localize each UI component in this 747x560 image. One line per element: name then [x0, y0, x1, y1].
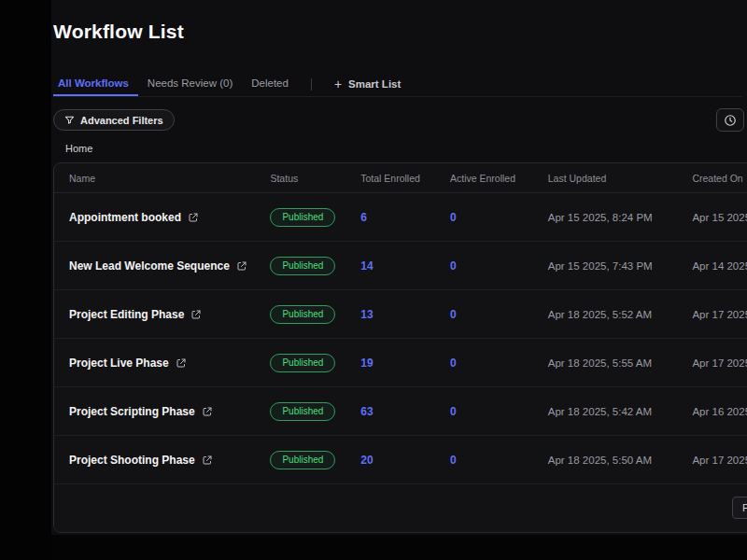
external-link-icon[interactable]	[188, 212, 199, 223]
workflow-name[interactable]: New Lead Welcome Sequence	[69, 259, 230, 273]
last-updated-cell: Apr 15 2025, 7:43 PM	[533, 260, 678, 272]
status-badge: Published	[270, 257, 335, 275]
created-on-cell: Apr 14 2025	[677, 260, 747, 272]
last-updated-value: Apr 18 2025, 5:42 AM	[548, 406, 652, 417]
name-cell: Project Shooting Phase	[54, 454, 255, 467]
history-button[interactable]	[716, 108, 744, 132]
name-cell: Project Editing Phase	[54, 308, 255, 321]
total-enrolled-cell: 63	[345, 405, 435, 418]
main-content: Workflow List All Workflows Needs Review…	[51, 0, 747, 535]
workflow-table: NameStatusTotal EnrolledActive EnrolledL…	[53, 162, 747, 533]
total-enrolled-cell: 20	[345, 454, 435, 467]
active-enrolled-cell: 0	[435, 211, 533, 224]
last-updated-value: Apr 18 2025, 5:52 AM	[548, 309, 652, 320]
status-badge: Published	[270, 402, 335, 421]
status-cell: Published	[255, 451, 345, 469]
table-row[interactable]: New Lead Welcome Sequence Published 14 0…	[54, 242, 747, 290]
tabs: All Workflows Needs Review (0) Deleted +…	[53, 72, 742, 97]
column-header-last-updated: Last Updated	[533, 173, 678, 184]
column-header-status: Status	[255, 173, 345, 184]
tab-all-workflows[interactable]: All Workflows	[53, 72, 138, 96]
table-header-row: NameStatusTotal EnrolledActive EnrolledL…	[54, 163, 747, 193]
smart-list-button[interactable]: + Smart List	[325, 72, 410, 96]
status-cell: Published	[255, 305, 345, 324]
table-footer: Previous	[54, 484, 747, 532]
last-updated-cell: Apr 18 2025, 5:52 AM	[533, 309, 678, 320]
table-row[interactable]: Project Scripting Phase Published 63 0 A…	[54, 387, 747, 436]
active-enrolled-value[interactable]: 0	[450, 211, 457, 224]
last-updated-value: Apr 18 2025, 5:50 AM	[548, 455, 652, 466]
workflow-name[interactable]: Appointment booked	[69, 211, 181, 224]
workflow-name[interactable]: Project Scripting Phase	[69, 405, 195, 418]
active-enrolled-value[interactable]: 0	[450, 259, 457, 273]
table-row[interactable]: Project Live Phase Published 19 0 Apr 18…	[54, 339, 747, 387]
column-header-total-enrolled: Total Enrolled	[345, 173, 435, 184]
last-updated-cell: Apr 18 2025, 5:50 AM	[533, 455, 678, 466]
total-enrolled-value[interactable]: 19	[360, 357, 373, 370]
column-header-name: Name	[54, 173, 255, 184]
last-updated-cell: Apr 18 2025, 5:55 AM	[533, 357, 678, 369]
last-updated-cell: Apr 15 2025, 8:24 PM	[533, 212, 678, 223]
total-enrolled-value[interactable]: 14	[360, 259, 373, 273]
breadcrumb-home[interactable]: Home	[65, 143, 92, 154]
active-enrolled-value[interactable]: 0	[450, 454, 457, 467]
status-badge: Published	[270, 208, 335, 227]
external-link-icon[interactable]	[176, 357, 187, 369]
status-cell: Published	[255, 257, 345, 275]
table-row[interactable]: Project Editing Phase Published 13 0 Apr…	[54, 290, 747, 339]
tab-needs-review[interactable]: Needs Review (0)	[138, 72, 242, 96]
created-on-cell: Apr 17 2025	[677, 455, 747, 466]
created-on-value: Apr 17 2025	[692, 309, 747, 320]
column-header-active-enrolled: Active Enrolled	[435, 173, 533, 184]
workflow-name[interactable]: Project Shooting Phase	[69, 454, 195, 467]
created-on-cell: Apr 15 2025	[677, 212, 747, 223]
advanced-filters-button[interactable]: Advanced Filters	[53, 109, 175, 131]
created-on-value: Apr 17 2025	[692, 455, 747, 466]
created-on-cell: Apr 17 2025	[677, 309, 747, 320]
smart-list-label: Smart List	[348, 73, 401, 96]
clock-icon	[724, 114, 737, 127]
left-sidebar	[0, 0, 51, 560]
plus-icon: +	[334, 77, 342, 91]
total-enrolled-cell: 14	[345, 259, 435, 273]
workflow-name[interactable]: Project Live Phase	[69, 357, 169, 370]
table-body: Appointment booked Published 6 0 Apr 15 …	[54, 193, 747, 484]
page-title: Workflow List	[53, 21, 184, 43]
tab-deleted[interactable]: Deleted	[242, 72, 298, 96]
status-badge: Published	[270, 451, 335, 469]
created-on-cell: Apr 16 2025	[677, 406, 747, 417]
name-cell: Project Scripting Phase	[54, 405, 255, 418]
previous-page-button[interactable]: Previous	[732, 497, 747, 519]
external-link-icon[interactable]	[202, 406, 213, 417]
status-badge: Published	[270, 354, 335, 372]
table-row[interactable]: Appointment booked Published 6 0 Apr 15 …	[54, 193, 747, 242]
created-on-value: Apr 16 2025	[692, 406, 747, 417]
name-cell: Project Live Phase	[54, 357, 255, 370]
table-row[interactable]: Project Shooting Phase Published 20 0 Ap…	[54, 436, 747, 484]
name-cell: New Lead Welcome Sequence	[54, 259, 255, 273]
last-updated-value: Apr 15 2025, 7:43 PM	[548, 260, 653, 272]
total-enrolled-value[interactable]: 13	[360, 308, 373, 321]
active-enrolled-cell: 0	[435, 405, 533, 418]
funnel-icon	[64, 115, 75, 125]
total-enrolled-value[interactable]: 63	[360, 405, 373, 418]
external-link-icon[interactable]	[202, 455, 213, 466]
total-enrolled-cell: 13	[345, 308, 435, 321]
external-link-icon[interactable]	[236, 260, 247, 272]
total-enrolled-value[interactable]: 20	[360, 454, 373, 467]
tabs-divider	[311, 78, 312, 91]
workflow-name[interactable]: Project Editing Phase	[69, 308, 184, 321]
active-enrolled-cell: 0	[435, 308, 533, 321]
active-enrolled-value[interactable]: 0	[450, 405, 457, 418]
total-enrolled-cell: 19	[345, 357, 435, 370]
column-header-created-on: Created On	[677, 173, 747, 184]
active-enrolled-cell: 0	[435, 259, 533, 273]
active-enrolled-cell: 0	[435, 357, 533, 370]
active-enrolled-value[interactable]: 0	[450, 308, 457, 321]
active-enrolled-value[interactable]: 0	[450, 357, 457, 370]
total-enrolled-value[interactable]: 6	[360, 211, 367, 224]
created-on-cell: Apr 17 2025	[677, 357, 747, 369]
status-cell: Published	[255, 354, 345, 372]
last-updated-cell: Apr 18 2025, 5:42 AM	[533, 406, 678, 417]
external-link-icon[interactable]	[190, 309, 202, 320]
